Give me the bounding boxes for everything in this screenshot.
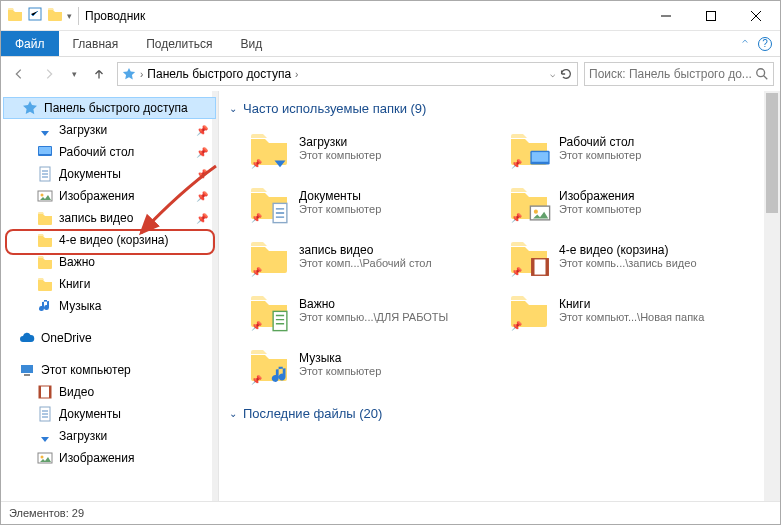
- pic-icon: [529, 202, 551, 224]
- tree-label: Музыка: [59, 299, 101, 313]
- tree-label: Изображения: [59, 451, 134, 465]
- tree-onedrive[interactable]: OneDrive: [1, 327, 218, 349]
- tree-item[interactable]: Видео: [1, 381, 218, 403]
- tree-quick-access[interactable]: Панель быстрого доступа: [3, 97, 216, 119]
- folder-item[interactable]: 📌ИзображенияЭтот компьютер: [509, 178, 759, 226]
- folder-item[interactable]: 📌МузыкаЭтот компьютер: [249, 340, 499, 388]
- ribbon-expand-icon[interactable]: ⌵: [742, 38, 748, 49]
- folder-item[interactable]: 📌Рабочий столЭтот компьютер: [509, 124, 759, 172]
- tab-share[interactable]: Поделиться: [132, 31, 226, 56]
- folder-item[interactable]: 📌КнигиЭтот компьют...\Новая папка: [509, 286, 759, 334]
- section-recent[interactable]: ⌄ Последние файлы (20): [219, 396, 780, 429]
- breadcrumb[interactable]: Панель быстрого доступа: [147, 67, 291, 81]
- history-dropdown[interactable]: ▾: [67, 62, 81, 86]
- minimize-button[interactable]: [643, 1, 688, 30]
- chevron-right-icon[interactable]: ›: [295, 69, 298, 80]
- chevron-down-icon[interactable]: ⌄: [229, 408, 237, 419]
- qat-newfolder-icon[interactable]: [47, 6, 63, 25]
- folder-path: Этот комп...\Рабочий стол: [299, 257, 432, 269]
- folder-icon: 📌: [249, 182, 289, 222]
- downloads-icon: [37, 428, 53, 444]
- folder-name: Важно: [299, 297, 448, 311]
- tree-item[interactable]: Изображения📌: [1, 185, 218, 207]
- downloads-icon: [37, 122, 53, 138]
- tab-view[interactable]: Вид: [226, 31, 276, 56]
- statusbar: Элементов: 29: [1, 501, 780, 524]
- titlebar: ▾ Проводник: [1, 1, 780, 31]
- forward-button[interactable]: [37, 62, 61, 86]
- svg-rect-13: [706, 11, 715, 20]
- pin-icon: 📌: [511, 321, 522, 331]
- pin-icon: 📌: [251, 321, 262, 331]
- section-frequent[interactable]: ⌄ Часто используемые папки (9): [219, 91, 780, 124]
- tree-item[interactable]: Загрузки📌: [1, 119, 218, 141]
- folder-item[interactable]: 📌ЗагрузкиЭтот компьютер: [249, 124, 499, 172]
- qat-properties-icon[interactable]: [27, 6, 43, 25]
- tree-item[interactable]: Рабочий стол📌: [1, 141, 218, 163]
- back-button[interactable]: [7, 62, 31, 86]
- address-bar[interactable]: › Панель быстрого доступа › ⌵: [117, 62, 578, 86]
- tree-item[interactable]: Изображения: [1, 447, 218, 469]
- tree-item[interactable]: Важно: [1, 251, 218, 273]
- explorer-icon: [7, 6, 23, 25]
- folder-item[interactable]: 📌4-е видео (корзина)Этот компь...\запись…: [509, 232, 759, 280]
- tree-label: Рабочий стол: [59, 145, 134, 159]
- search-box[interactable]: [584, 62, 774, 86]
- folder-name: Загрузки: [299, 135, 381, 149]
- tree-item[interactable]: Книги: [1, 273, 218, 295]
- pin-icon: 📌: [511, 267, 522, 277]
- tree-item[interactable]: Загрузки: [1, 425, 218, 447]
- tree-item[interactable]: 4-е видео (корзина): [1, 229, 218, 251]
- tree-item[interactable]: Документы📌: [1, 163, 218, 185]
- tree-this-pc[interactable]: Этот компьютер: [1, 359, 218, 381]
- content-pane[interactable]: ⌄ Часто используемые папки (9) 📌Загрузки…: [219, 91, 780, 501]
- folder-icon: 📌: [509, 128, 549, 168]
- tree-label: Важно: [59, 255, 95, 269]
- search-input[interactable]: [589, 67, 755, 81]
- close-button[interactable]: [733, 1, 778, 30]
- file-tab[interactable]: Файл: [1, 31, 59, 56]
- tree-label: Панель быстрого доступа: [44, 101, 188, 115]
- tree-item[interactable]: Музыка: [1, 295, 218, 317]
- address-row: ▾ › Панель быстрого доступа › ⌵: [1, 57, 780, 91]
- search-icon[interactable]: [755, 67, 769, 81]
- tree-label: Документы: [59, 167, 121, 181]
- scrollbar[interactable]: [764, 91, 780, 501]
- address-dropdown-icon[interactable]: ⌵: [550, 69, 555, 79]
- maximize-button[interactable]: [688, 1, 733, 30]
- pc-icon: [19, 362, 35, 378]
- pin-icon: 📌: [196, 191, 208, 202]
- documents-icon: [37, 406, 53, 422]
- folder-name: Документы: [299, 189, 381, 203]
- doc-icon: [269, 202, 291, 224]
- status-count: Элементов: 29: [9, 507, 84, 519]
- tab-home[interactable]: Главная: [59, 31, 133, 56]
- tree-label: Видео: [59, 385, 94, 399]
- tree-label: Документы: [59, 407, 121, 421]
- pin-icon: 📌: [251, 159, 262, 169]
- star-icon: [22, 100, 38, 116]
- folder-item[interactable]: 📌ДокументыЭтот компьютер: [249, 178, 499, 226]
- tree-item[interactable]: Документы: [1, 403, 218, 425]
- scrollbar-thumb[interactable]: [766, 93, 778, 213]
- qat-dropdown-icon[interactable]: ▾: [67, 11, 72, 21]
- folder-icon: [37, 276, 53, 292]
- folder-item[interactable]: 📌ВажноЭтот компью...\ДЛЯ РАБОТЫ: [249, 286, 499, 334]
- help-icon[interactable]: ?: [758, 37, 772, 51]
- pin-icon: 📌: [196, 169, 208, 180]
- folder-icon: 📌: [509, 182, 549, 222]
- pin-icon: 📌: [196, 125, 208, 136]
- folder-name: запись видео: [299, 243, 432, 257]
- folder-icon: 📌: [509, 236, 549, 276]
- tree-item[interactable]: запись видео📌: [1, 207, 218, 229]
- navigation-tree[interactable]: Панель быстрого доступа Загрузки📌Рабочий…: [1, 91, 219, 501]
- folder-item[interactable]: 📌запись видеоЭтот комп...\Рабочий стол: [249, 232, 499, 280]
- folder-path: Этот компьютер: [299, 203, 381, 215]
- refresh-icon[interactable]: [559, 67, 573, 81]
- chevron-down-icon[interactable]: ⌄: [229, 103, 237, 114]
- tree-label: Изображения: [59, 189, 134, 203]
- tree-label: запись видео: [59, 211, 133, 225]
- video-icon: [529, 256, 551, 278]
- up-button[interactable]: [87, 62, 111, 86]
- chevron-right-icon[interactable]: ›: [140, 69, 143, 80]
